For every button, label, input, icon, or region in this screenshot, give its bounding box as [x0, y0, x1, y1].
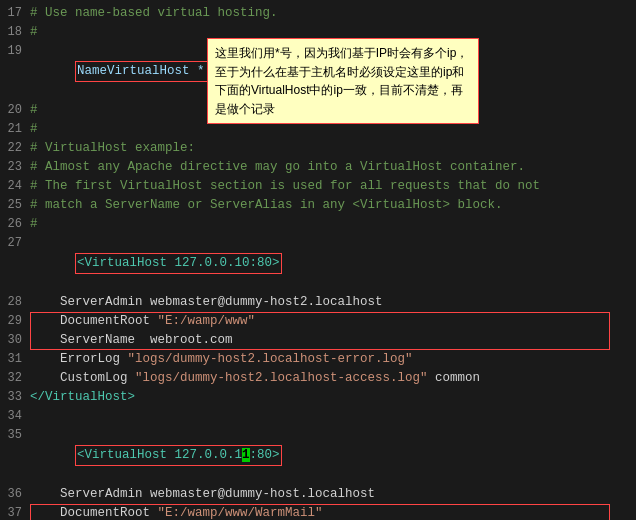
namevirtualhost-highlight: NameVirtualHost *:80: [75, 61, 229, 82]
code-line-25: 25 # match a ServerName or ServerAlias i…: [0, 196, 636, 215]
code-line-35: 35 <VirtualHost 127.0.0.11:80>: [0, 426, 636, 485]
annotation-box: 这里我们用*号，因为我们基于IP时会有多个ip，至于为什么在基于主机名时必须设定…: [207, 38, 479, 124]
annotation-text: 这里我们用*号，因为我们基于IP时会有多个ip，至于为什么在基于主机名时必须设定…: [215, 46, 468, 116]
code-line-33: 33 </VirtualHost>: [0, 388, 636, 407]
code-line-34: 34: [0, 407, 636, 426]
vhost1-open-tag: <VirtualHost 127.0.0.10:80>: [75, 253, 282, 274]
vhost2-open-tag: <VirtualHost 127.0.0.11:80>: [75, 445, 282, 466]
code-line-24: 24 # The first VirtualHost section is us…: [0, 177, 636, 196]
code-editor: 17 # Use name-based virtual hosting. 18 …: [0, 0, 636, 520]
code-line-30: 30 ServerName webroot.com: [0, 331, 636, 350]
code-line-23: 23 # Almost any Apache directive may go …: [0, 158, 636, 177]
code-line-29: 29 DocumentRoot "E:/wamp/www": [0, 312, 636, 331]
code-line-36: 36 ServerAdmin webmaster@dummy-host.loca…: [0, 485, 636, 504]
code-line-27: 27 <VirtualHost 127.0.0.10:80>: [0, 234, 636, 293]
code-line-37: 37 DocumentRoot "E:/wamp/www/WarmMail": [0, 504, 636, 520]
code-line-22: 22 # VirtualHost example:: [0, 139, 636, 158]
code-line-31: 31 ErrorLog "logs/dummy-host2.localhost-…: [0, 350, 636, 369]
code-line-28: 28 ServerAdmin webmaster@dummy-host2.loc…: [0, 293, 636, 312]
code-line-32: 32 CustomLog "logs/dummy-host2.localhost…: [0, 369, 636, 388]
code-line-17: 17 # Use name-based virtual hosting.: [0, 4, 636, 23]
code-line-26: 26 #: [0, 215, 636, 234]
